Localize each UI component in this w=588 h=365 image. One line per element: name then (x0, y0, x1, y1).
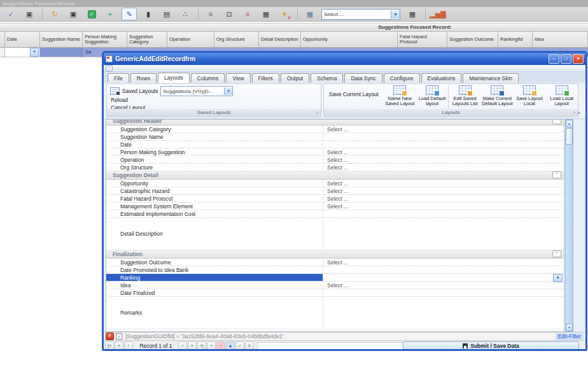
edit-filter-button[interactable]: Edit-Filter (556, 333, 584, 340)
scroll-down-icon[interactable]: ▼ (566, 324, 573, 331)
column-header-person-making-suggestion[interactable]: Person Making Suggestion (83, 32, 127, 48)
scrollbar-thumb[interactable] (566, 128, 573, 145)
form-row[interactable]: Date (106, 141, 564, 148)
section-collapse-icon[interactable]: ^ (552, 119, 561, 124)
filter-checkbox[interactable]: ✓ (116, 333, 122, 340)
field-label-detail-description[interactable]: Detail Description (106, 218, 323, 250)
nav-prev-page-button[interactable]: « (115, 341, 123, 350)
field-label-management-system-element[interactable]: Management System Element (106, 203, 323, 210)
rows-button[interactable]: ≡ (204, 8, 218, 20)
tab-evaluations[interactable]: Evaluations (421, 73, 462, 83)
quick-access-button[interactable]: ▫ (106, 65, 113, 71)
save-current-layout-button[interactable]: Save Current Layout (329, 91, 379, 97)
tab-layouts[interactable]: Layouts (158, 73, 190, 83)
nav-next-page-button[interactable]: » (188, 341, 197, 350)
column-header-org-structure[interactable]: Org Structure (214, 32, 259, 48)
toolbar-select-dropdown[interactable]: Select ...▼ (321, 9, 400, 20)
edit-saved-layouts-list-button[interactable]: Edit SavedLayouts List (448, 85, 481, 110)
column-header-suggestion-outcome[interactable]: Suggestion Outcome (447, 32, 498, 48)
form-row[interactable]: Suggestion CategorySelect ... (106, 125, 564, 133)
layout-print-button[interactable]: ▦ (405, 8, 419, 20)
close-filter-icon[interactable]: ✗ (106, 333, 114, 340)
tab-rows[interactable]: Rows (130, 73, 157, 83)
dialog-titlebar[interactable]: GenericAddEditRecordfrm –□× (104, 53, 585, 65)
reload-button[interactable]: Reload (107, 96, 321, 104)
tab-output[interactable]: Output (281, 73, 310, 83)
form-scrollbar[interactable]: ▲ ▼ (565, 119, 573, 332)
field-label-fatal-hazard-protocol[interactable]: Fatal Hazard Protocol (106, 195, 323, 202)
column-header-fatal-hazard-protocol[interactable]: Fatal Hazard Protocol (398, 32, 447, 48)
group-chevron-icon[interactable]: › (316, 109, 318, 117)
field-label-suggestion-category[interactable]: Suggestion Category (106, 125, 323, 132)
field-value[interactable] (323, 289, 564, 296)
field-value[interactable]: Select ... (323, 195, 564, 202)
section-collapse-icon[interactable]: ^ (552, 250, 561, 257)
ribbon-collapse-icon[interactable]: ^ (577, 111, 580, 117)
field-value[interactable] (323, 133, 564, 140)
form-row[interactable]: Date Finalized (106, 289, 564, 297)
form-row[interactable]: Fatal Hazard ProtocolSelect ... (106, 195, 564, 203)
add-record-button[interactable]: + (103, 8, 117, 20)
field-label-date-finalized[interactable]: Date Finalized (106, 289, 323, 296)
form-row[interactable]: Suggestion Name (106, 133, 564, 141)
field-label-ranking[interactable]: Ranking (106, 274, 323, 281)
group-chevron-icon[interactable]: › (573, 109, 575, 117)
field-value[interactable] (323, 210, 564, 217)
cell-dropdown-icon[interactable]: ▼ (30, 48, 39, 57)
column-header-idea[interactable]: Idea (533, 32, 588, 48)
field-label-date-promoted-to-idea-bank[interactable]: Date Promoted to Idea Bank (106, 266, 323, 273)
form-row[interactable]: Catastrophic HazardSelect ... (106, 187, 564, 195)
nav-prev-button[interactable]: ‹ (124, 341, 133, 350)
column-header-rankingfld[interactable]: Rankingfld (498, 32, 533, 48)
nav-post-button[interactable]: ✓ (235, 341, 244, 350)
tab-file[interactable]: File (108, 73, 129, 83)
chart-button[interactable]: ▂▅▇ (431, 8, 445, 20)
field-label-org-structure[interactable]: Org Structure (106, 164, 323, 171)
columns-button[interactable]: ▦ (259, 8, 273, 20)
dropdown-arrow-icon[interactable]: ▼ (224, 87, 232, 95)
form-row[interactable]: Person Making SuggestionSelect ... (106, 148, 564, 156)
field-label-idea[interactable]: Idea (106, 282, 323, 289)
confirm-button[interactable]: ✓ (4, 8, 18, 20)
field-label-remarks[interactable]: Remarks (106, 297, 323, 329)
field-value[interactable] (323, 297, 564, 329)
tab-maintenance-skin[interactable]: Maintenance Skin (463, 73, 519, 83)
load-default-layout-button[interactable]: Load Defaultlayout (416, 85, 449, 110)
column-header-detail-description[interactable]: Detail Description (259, 32, 301, 48)
field-value[interactable] (323, 218, 564, 250)
section-caption-suggestion-header[interactable]: Suggestion Header^ (106, 120, 564, 125)
form-row[interactable]: Remarks (106, 297, 564, 329)
field-value[interactable] (323, 266, 564, 273)
nav-next-button[interactable]: › (178, 341, 187, 350)
edit-record-button[interactable]: ✎ (122, 8, 137, 20)
scroll-up-icon[interactable]: ▲ (566, 120, 573, 127)
save-layout-local-button[interactable]: Save LayoutLocal (514, 85, 546, 110)
clear-filter-button[interactable]: ▼✗ (277, 8, 291, 20)
field-value[interactable]: Select ... (323, 164, 564, 171)
tab-filters[interactable]: Filters (252, 73, 279, 83)
form-row[interactable]: Ranking▼ (106, 274, 564, 282)
field-label-date[interactable]: Date (106, 141, 323, 148)
field-value[interactable]: Select ... (323, 125, 564, 132)
tab-view[interactable]: View (226, 73, 250, 83)
column-header-date[interactable]: Date (5, 32, 40, 48)
column-header-suggestion-category[interactable]: Suggestion Category (127, 32, 167, 48)
form-row[interactable]: Estimated Implementation Cost (106, 210, 564, 218)
copy-record-button[interactable]: ▣ (66, 8, 80, 20)
nav-cancel-button[interactable]: ✗ (245, 341, 254, 350)
nav-first-button[interactable]: |« (105, 341, 114, 350)
export-button[interactable]: ⊡ (222, 8, 236, 20)
field-value[interactable]: Select ... (323, 259, 564, 266)
detail-panel-button[interactable]: ▮ (141, 8, 155, 20)
field-label-suggestion-name[interactable]: Suggestion Name (106, 133, 323, 140)
minimize-button[interactable]: – (549, 54, 559, 64)
column-header-opportunity[interactable]: Opportunity (301, 32, 398, 48)
form-row[interactable]: OpportunitySelect ... (106, 180, 564, 187)
field-value[interactable]: Select ... (323, 156, 564, 163)
saved-layouts-dropdown[interactable]: Suggestions (VG)(D... ▼ (160, 86, 233, 96)
field-value[interactable]: ▼ (323, 274, 564, 281)
tab-schema[interactable]: Schema (311, 73, 343, 83)
field-label-suggestion-outcome[interactable]: Suggestion Outcome (106, 259, 323, 266)
close-button[interactable]: × (573, 54, 584, 64)
field-value[interactable] (323, 141, 564, 148)
